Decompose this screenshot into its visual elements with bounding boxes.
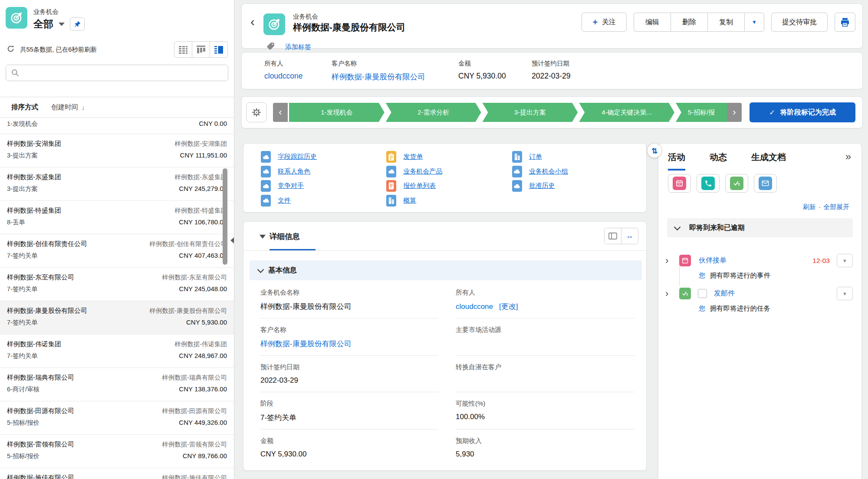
plus-icon: + — [592, 17, 598, 27]
stage-step[interactable]: 5-招标/报 — [676, 103, 727, 122]
delete-button[interactable]: 删除 — [671, 13, 707, 32]
related-link[interactable]: 发货单 — [386, 150, 512, 164]
task-checkbox[interactable] — [698, 289, 707, 298]
chevron-right-icon[interactable]: › — [665, 256, 677, 266]
chevron-right-icon[interactable]: › — [665, 289, 677, 299]
list-item[interactable]: 样例数据-特盛集团8-丢单 样例数据-特盛集团CNY 106,780.00 — [0, 201, 234, 234]
related-link[interactable]: 批准历史 — [512, 179, 638, 194]
list-item[interactable]: 样例数据-安湖集团3-提出方案 样例数据-安湖集团CNY 111,951.00 — [0, 134, 234, 167]
view-dropdown-icon[interactable] — [59, 23, 65, 26]
list-item[interactable]: 样例数据-施佳有限公司 样例数据-施佳有限公司 — [0, 468, 234, 479]
list-item-selected[interactable]: 样例数据-康曼股份有限公司7-签约关单 样例数据-康曼股份有限公司CNY 5,9… — [0, 301, 234, 335]
list-item[interactable]: 样例数据-东盛集团3-提出方案 样例数据-东盛集团CNY 245,279.00 — [0, 167, 234, 201]
related-link[interactable]: 报价单列表 — [386, 179, 512, 194]
detail-field: 预期收入 5,930 — [456, 430, 635, 466]
refresh-list-button[interactable] — [7, 45, 15, 54]
search-icon — [11, 69, 20, 79]
new-task-button[interactable] — [725, 174, 748, 193]
list-item[interactable]: 样例数据-创佳有限责任公司7-签约关单 样例数据-创佳有限责任公司CNY 407… — [0, 234, 234, 268]
back-button[interactable]: ‹ — [248, 15, 257, 28]
collapse-panel-icon[interactable] — [230, 237, 234, 244]
print-button[interactable] — [835, 13, 855, 32]
sort-by-label: 排序方式 — [11, 103, 38, 112]
dot-separator: · — [819, 203, 821, 210]
sort-field[interactable]: 创建时间↓ — [51, 103, 85, 112]
mark-stage-complete-button[interactable]: ✓将阶段标记为完成 — [750, 102, 855, 122]
summary-label: 所有人 — [264, 59, 303, 68]
list-item[interactable]: 样例数据-伟诺集团7-签约关单 样例数据-伟诺集团CNY 248,967.00 — [0, 335, 234, 368]
expand-all-link[interactable]: 全部展开 — [823, 203, 849, 210]
event-link[interactable]: 伙伴接单 — [699, 256, 727, 265]
owner-you-link[interactable]: 您 — [699, 305, 706, 312]
related-link[interactable]: 概算 — [386, 194, 512, 208]
follow-button[interactable]: +关注 — [582, 13, 627, 32]
detail-field: 预计签约日期 2022-03-29 — [260, 356, 438, 392]
search-input[interactable] — [6, 65, 228, 81]
activity-actions-dropdown[interactable]: ▼ — [837, 254, 853, 267]
split-view-button[interactable] — [210, 41, 228, 58]
task-icon — [730, 177, 743, 190]
stage-step[interactable]: 1-发现机会 — [289, 103, 385, 122]
path-scroll-left-button[interactable]: ‹ — [273, 103, 288, 122]
list-scrollbar[interactable] — [223, 168, 227, 265]
related-link[interactable]: 文件 — [261, 194, 386, 208]
owner-link[interactable]: cloudccone — [456, 302, 493, 311]
list-item[interactable]: 样例数据-东至有限公司7-签约关单 样例数据-东至有限公司CNY 245,048… — [0, 268, 234, 301]
path-scroll-right-button[interactable]: › — [727, 103, 742, 122]
owner-you-link[interactable]: 您 — [699, 272, 706, 279]
edit-button[interactable]: 编辑 — [634, 13, 671, 32]
path-settings-button[interactable] — [246, 102, 267, 122]
activity-actions-dropdown[interactable]: ▼ — [837, 287, 853, 300]
new-event-button[interactable] — [668, 174, 691, 193]
task-link[interactable]: 发邮件 — [714, 289, 735, 298]
related-link[interactable]: 联系人角色 — [261, 164, 386, 179]
basic-info-section-header[interactable]: 基本信息 — [250, 260, 642, 280]
detail-field: 转换自潜在客户 — [456, 356, 635, 392]
more-actions-button[interactable]: ▼ — [744, 13, 764, 32]
list-item[interactable]: 1-发现机会 CNY 0.00 — [0, 118, 234, 134]
send-email-button[interactable] — [754, 174, 777, 193]
list-item[interactable]: 样例数据-雷领有限公司5-招标/报价 样例数据-雷领有限公司CNY 89,766… — [0, 435, 234, 468]
pin-view-button[interactable] — [70, 17, 85, 31]
related-link[interactable]: 业务机会小组 — [512, 164, 638, 179]
refresh-activities-link[interactable]: 刷新 — [803, 203, 816, 210]
related-link[interactable]: 竞争对手 — [261, 179, 386, 194]
tab-activity[interactable]: 活动 — [668, 151, 685, 171]
cloud-icon — [386, 166, 396, 177]
activity-description: 您拥有即将进行的任务 — [699, 304, 853, 313]
account-link[interactable]: 样例数据-康曼股份有限公司 — [332, 72, 425, 82]
change-owner-link[interactable]: [更改] — [499, 302, 518, 311]
building-icon — [386, 195, 396, 207]
detail-tab[interactable]: 详细信息 — [270, 231, 300, 242]
submit-approval-button[interactable]: 提交待审批 — [771, 13, 828, 32]
tab-feed[interactable]: 动态 — [710, 151, 727, 169]
tab-generate-document[interactable]: 生成文档 — [751, 151, 786, 169]
related-link[interactable]: 订单 — [512, 150, 638, 164]
table-view-button[interactable] — [174, 41, 192, 58]
collapse-section-icon[interactable] — [260, 235, 266, 239]
cloud-icon — [261, 195, 271, 207]
phone-icon — [701, 177, 715, 190]
related-link[interactable]: 字段跟踪历史 — [261, 150, 386, 164]
clone-button[interactable]: 复制 — [707, 13, 744, 32]
owner-link[interactable]: cloudccone — [264, 72, 303, 81]
detail-field: 主要市场活动源 — [456, 318, 635, 356]
add-tag-link[interactable]: 添加标签 — [285, 43, 311, 51]
collapse-panel-button[interactable]: » — [845, 151, 851, 162]
kanban-view-button[interactable] — [192, 41, 210, 58]
column-layout-button[interactable] — [604, 228, 621, 244]
swap-panel-button[interactable]: ⇄ — [647, 143, 662, 158]
stage-step[interactable]: 4-确定关键决策... — [579, 103, 674, 122]
log-call-button[interactable] — [697, 174, 720, 193]
detail-field: 可能性(%) 100.00% — [456, 392, 635, 430]
list-view-name[interactable]: 全部 — [33, 17, 53, 31]
stage-step[interactable]: 2-需求分析 — [386, 103, 481, 122]
expand-width-button[interactable]: ↔ — [621, 228, 638, 244]
calendar-icon — [673, 177, 686, 190]
account-link[interactable]: 样例数据-康曼股份有限公司 — [260, 339, 438, 349]
related-link[interactable]: 业务机会产品 — [386, 164, 512, 179]
stage-step[interactable]: 3-提出方案 — [483, 103, 578, 122]
list-item[interactable]: 样例数据-瑞典有限公司6-商讨/审核 样例数据-瑞典有限公司CNY 138,37… — [0, 368, 234, 401]
upcoming-overdue-section-header[interactable]: 即将到来和已逾期 — [667, 218, 853, 237]
list-item[interactable]: 样例数据-田源有限公司5-招标/报价 样例数据-田源有限公司CNY 449,32… — [0, 401, 234, 435]
